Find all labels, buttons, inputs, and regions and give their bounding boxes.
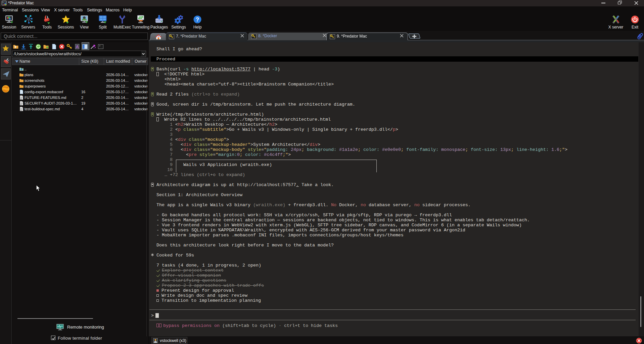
svg-text:?: ? <box>196 16 199 23</box>
svg-text:>: > <box>99 45 100 47</box>
svg-text:A: A <box>76 45 79 49</box>
